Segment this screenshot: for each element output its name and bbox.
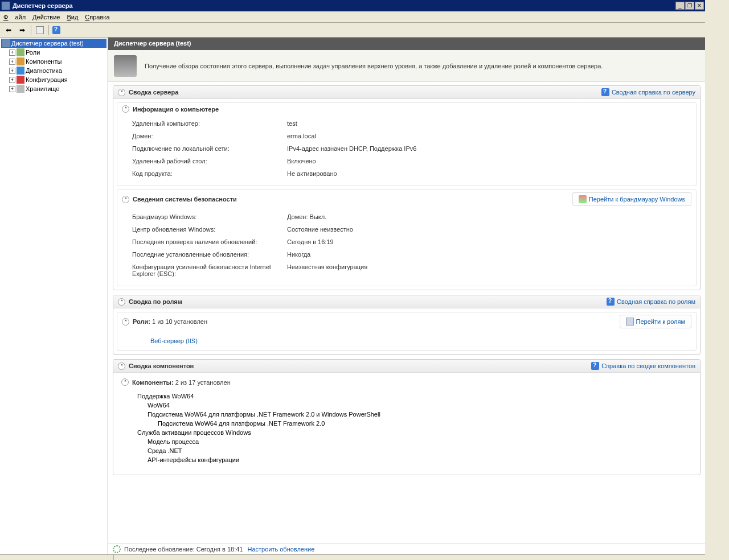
server-icon	[2, 39, 10, 47]
menu-file[interactable]: Файл	[3, 14, 26, 20]
info-row: Конфигурация усиленной безопасности Inte…	[122, 261, 691, 280]
goto-firewall-link[interactable]: Перейти к брандмауэру Windows	[572, 192, 691, 206]
goto-roles-link[interactable]: Перейти к ролям	[620, 315, 691, 328]
section-title: Сводка компонентов	[129, 363, 194, 369]
tree-root[interactable]: Диспетчер сервера (test)	[1, 39, 107, 48]
info-label: Домен:	[122, 133, 287, 139]
collapse-button[interactable]: ˄	[121, 378, 129, 386]
info-row: Центр обновления Windows:Состояние неизв…	[122, 223, 691, 236]
configuration-icon	[17, 76, 24, 84]
goto-icon	[626, 318, 634, 326]
info-value: Состояние неизвестно	[287, 226, 353, 233]
menu-action[interactable]: Действие	[32, 14, 60, 20]
tree-item-roles[interactable]: +Роли	[1, 48, 107, 57]
roles-subtitle: Роли:	[133, 318, 150, 325]
component-item: Подсистема WoW64 для платформы .NET Fram…	[158, 420, 692, 427]
properties-icon	[36, 26, 44, 34]
tree-item-storage[interactable]: +Хранилище	[1, 84, 107, 93]
expand-icon[interactable]: +	[9, 77, 15, 83]
collapse-button[interactable]: ˄	[122, 105, 129, 113]
components-help-link[interactable]: Справка по сводке компонентов	[591, 362, 695, 370]
expand-icon[interactable]: +	[9, 50, 15, 56]
roles-count: 1 из 10 установлен	[152, 318, 207, 325]
component-item: Поддержка WoW64	[137, 393, 692, 400]
configure-update-link[interactable]: Настроить обновление	[247, 546, 314, 553]
info-label: Центр обновления Windows:	[122, 226, 287, 233]
expand-icon[interactable]: +	[9, 86, 15, 92]
section-title: Сводка по ролям	[129, 298, 182, 305]
help-button[interactable]	[51, 24, 64, 36]
collapse-button[interactable]: ˄	[118, 363, 125, 370]
roles-help-link[interactable]: Сводная справка по ролям	[607, 298, 695, 306]
tree-item-configuration[interactable]: +Конфигурация	[1, 75, 107, 84]
collapse-button[interactable]: ˄	[118, 89, 125, 96]
firewall-icon	[579, 195, 587, 203]
subsection-roles: ˄ Роли: 1 из 10 установлен Перейти к рол…	[117, 312, 697, 351]
back-button[interactable]: ⬅	[2, 24, 15, 36]
menu-help[interactable]: Справка	[85, 14, 109, 20]
collapse-button[interactable]: ˄	[118, 298, 125, 306]
subsection-security-info: ˄ Сведения системы безопасности Перейти …	[117, 190, 697, 286]
collapse-button[interactable]: ˄	[122, 196, 129, 203]
titlebar: Диспетчер сервера _ ❐ ✕	[0, 0, 705, 11]
component-item: Модель процесса	[148, 438, 692, 445]
info-row: Код продукта:Не активировано	[122, 167, 691, 180]
collapse-button[interactable]: ˄	[122, 318, 129, 326]
info-row: Последние установленные обновления:Никог…	[122, 248, 691, 261]
section-title: Сводка сервера	[129, 89, 178, 96]
info-value: Включено	[287, 158, 316, 164]
toolbar: ⬅ ➡	[0, 23, 705, 38]
storage-icon	[17, 85, 24, 93]
tree-item-diagnostics[interactable]: +Диагностика	[1, 66, 107, 75]
lastupdate-label: Последнее обновление:	[124, 546, 195, 553]
info-row: Брандмауэр Windows:Домен: Выкл.	[122, 211, 691, 223]
server-summary-help-link[interactable]: Сводная справка по серверу	[601, 88, 695, 96]
info-label: Конфигурация усиленной безопасности Inte…	[122, 263, 287, 277]
info-value: Сегодня в 16:19	[287, 238, 334, 245]
properties-button[interactable]	[34, 24, 46, 36]
minimize-button[interactable]: _	[675, 2, 685, 10]
info-row: Подключение по локальной сети:IPv4-адрес…	[122, 142, 691, 155]
expand-icon[interactable]: +	[9, 59, 15, 65]
refresh-icon	[113, 545, 121, 553]
components-subtitle: Компоненты:	[132, 379, 174, 386]
info-value: IPv4-адрес назначен DHCP, Поддержка IPv6	[287, 145, 416, 152]
roles-icon	[17, 48, 24, 56]
components-count: 2 из 17 установлен	[175, 379, 231, 386]
info-value: test	[287, 120, 297, 127]
server-banner-icon	[114, 55, 137, 77]
subsection-computer-info: ˄ Информация о компьютере Удаленный комп…	[117, 102, 697, 186]
tree-panel: Диспетчер сервера (test) +Роли +Компонен…	[0, 38, 108, 554]
info-label: Удаленный компьютер:	[122, 120, 287, 127]
component-item: Подсистема WoW64 для платформы .NET Fram…	[148, 411, 692, 418]
section-roles-summary: ˄ Сводка по ролям Сводная справка по рол…	[113, 295, 701, 355]
component-item: API-интерфейсы конфигурации	[148, 456, 692, 463]
help-icon	[52, 26, 60, 34]
help-icon	[591, 362, 599, 370]
forward-button[interactable]: ➡	[16, 24, 28, 36]
content-panel: Диспетчер сервера (test) Получение обзор…	[108, 38, 705, 554]
subsection-components: ˄ Компоненты: 2 из 17 установлен Поддерж…	[117, 376, 697, 471]
role-iis-link[interactable]: Веб-сервер (IIS)	[150, 337, 198, 344]
scroll-body[interactable]: ˄ Сводка сервера Сводная справка по серв…	[108, 82, 705, 543]
info-value: Домен: Выкл.	[287, 213, 326, 220]
expand-icon[interactable]: +	[9, 68, 15, 74]
diagnostics-icon	[17, 67, 24, 75]
info-row: Последняя проверка наличия обновлений:Се…	[122, 236, 691, 248]
arrow-right-icon: ➡	[19, 26, 25, 34]
tree-item-components[interactable]: +Компоненты	[1, 57, 107, 66]
sub-title: Информация о компьютере	[133, 106, 219, 113]
maximize-button[interactable]: ❐	[685, 2, 694, 10]
help-icon	[607, 298, 615, 306]
intro-text: Получение обзора состояния этого сервера…	[145, 63, 603, 69]
info-row: Удаленный рабочий стол:Включено	[122, 155, 691, 167]
component-item: WoW64	[148, 402, 692, 409]
window-title: Диспетчер сервера	[13, 2, 675, 9]
component-item: Служба активации процессов Windows	[137, 429, 692, 436]
close-button[interactable]: ✕	[695, 2, 704, 10]
intro-banner: Получение обзора состояния этого сервера…	[108, 50, 705, 82]
info-label: Брандмауэр Windows:	[122, 213, 287, 220]
menu-view[interactable]: Вид	[67, 14, 78, 20]
help-icon	[601, 88, 609, 96]
section-components-summary: ˄ Сводка компонентов Справка по сводке к…	[113, 359, 701, 475]
